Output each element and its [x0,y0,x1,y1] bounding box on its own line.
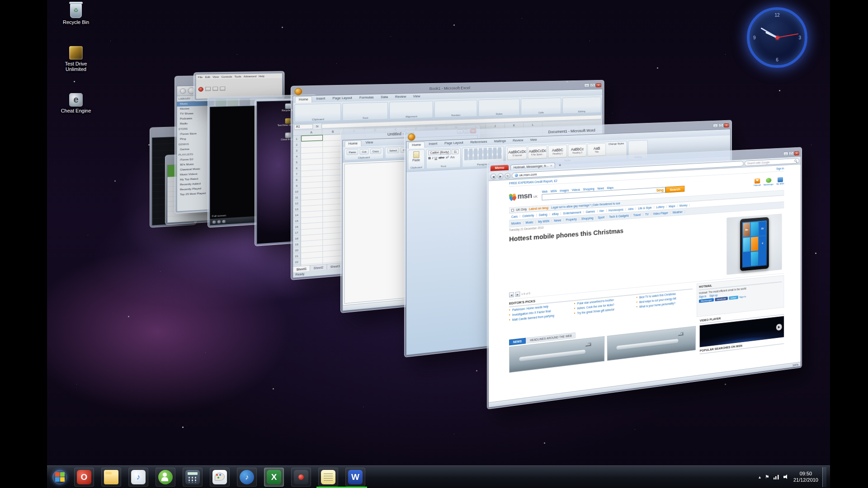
tab-close-icon[interactable]: × [550,164,552,168]
row-headers[interactable]: 12345678910111213141516171819202122 [293,136,301,266]
mymsn-quicklink[interactable]: My MSN [777,177,784,185]
ribbon-tab[interactable]: Insert [426,141,441,148]
paste-button[interactable]: Paste [410,150,422,162]
ribbon-group[interactable]: Editing [562,97,601,114]
menu-item[interactable]: Advanced [244,75,256,77]
row-header[interactable]: 8 [293,177,300,183]
scope-link[interactable]: Shopping [583,187,594,191]
paint-tool-button[interactable]: Copy [370,148,381,154]
row-header[interactable]: 9 [293,183,300,189]
ribbon-tab[interactable]: View [410,94,423,100]
new-tab-button[interactable]: + [557,162,563,167]
nav-link[interactable]: Horoscopes [606,207,626,212]
stop-icon[interactable] [217,220,221,223]
reload-button[interactable]: ↻ [505,173,510,179]
row-header[interactable]: 14 [293,212,300,218]
style-chip[interactable]: AaBbCHeading 1 [548,145,567,158]
ribbon-tab[interactable]: Insert [313,96,328,103]
font-name-select[interactable]: Calibri (Body) [428,150,451,155]
row-header[interactable]: 19 [293,241,300,248]
zoom-level[interactable]: 100% [793,363,798,366]
row-header[interactable]: 12 [293,200,300,206]
row-header[interactable]: 11 [293,194,300,201]
menu-item[interactable]: File [198,75,203,78]
nav-link[interactable]: Lottery [654,205,667,208]
office-button[interactable] [294,88,302,95]
row-header[interactable]: 16 [293,224,300,230]
scope-link[interactable]: Maps [607,186,613,189]
font-format-buttons[interactable]: BIUabex²Aa [428,155,458,160]
nav-link[interactable]: Weather [670,210,685,214]
row-header[interactable]: 13 [293,206,300,212]
ribbon-tab[interactable]: Home [408,141,425,148]
row-header[interactable]: 21 [293,253,300,259]
taskbar-icon-explorer[interactable] [101,468,121,487]
row-header[interactable]: 7 [293,171,300,177]
row-header[interactable]: 5 [293,159,300,165]
menu-item[interactable]: Edit [205,75,210,78]
taskbar-icon-paint[interactable] [210,468,230,487]
play-icon[interactable] [212,220,216,223]
style-chip[interactable]: AaBbCcHeading 2 [568,144,587,157]
taskbar-icon-media-player[interactable] [237,468,257,487]
row-header[interactable]: 1 [293,136,300,142]
carousel-prev-button[interactable]: ◀ [509,292,514,297]
uk-only-checkbox[interactable] [511,209,514,211]
paint-tool-button[interactable]: Paste [347,149,359,155]
nav-link[interactable]: Cars [509,215,520,219]
previous-track-button[interactable] [180,88,186,94]
ribbon-tab[interactable]: Data [377,94,391,101]
news-tab[interactable]: NEWS [509,338,525,346]
minimize-button[interactable] [783,152,788,156]
ribbon-tab[interactable]: View [363,140,377,146]
row-header[interactable]: 17 [293,230,300,236]
hotmail-quicklink[interactable]: Hotmail [754,178,760,186]
pause-button[interactable] [212,87,218,91]
volume-icon[interactable] [783,474,789,479]
ribbon-group[interactable]: Number [434,100,477,118]
nav-link[interactable]: Sport [596,216,607,219]
scope-link[interactable]: News [597,187,604,190]
nav-link[interactable]: News [552,218,564,222]
paragraph-buttons[interactable] [464,147,502,160]
style-chip[interactable]: AaBbCcDc¶ Normal [507,146,527,160]
desktop[interactable]: Recycle Bin Test Drive Unlimited e Cheat… [47,0,830,488]
ribbon-tab[interactable]: Home [344,140,361,147]
nav-link[interactable]: eBay [550,212,561,216]
maximize-button[interactable] [789,151,794,155]
volume-icon[interactable] [222,220,226,223]
scope-link[interactable]: MSN [551,189,557,193]
window-opera-browser[interactable]: Menu Hotmail, Messenger, fr... × + ◀ ▶ ↻… [487,147,802,409]
nav-link[interactable]: Games [584,209,597,213]
fx-icon[interactable]: fx [314,125,321,128]
carousel-next-button[interactable]: ▶ [515,291,520,297]
font-size-select[interactable]: 11 [452,149,458,154]
menu-item[interactable]: View [212,75,219,78]
nav-link[interactable]: TV [643,212,651,216]
maximize-button[interactable] [590,83,595,87]
nav-link[interactable]: Tech & Gadgets [607,214,632,218]
ribbon-group[interactable]: Font [343,102,388,121]
maximize-button[interactable] [718,123,723,127]
close-button[interactable] [724,123,729,127]
paint-tool-button[interactable]: Cut [360,149,369,155]
paint-tool-button[interactable]: Select [387,148,399,154]
ribbon-tab[interactable]: Home [295,96,312,103]
row-header[interactable]: 4 [293,153,300,160]
menu-item[interactable]: Tools [235,75,241,78]
show-desktop-button[interactable] [822,467,826,487]
scope-link[interactable]: Web [542,190,548,193]
ribbon-tab[interactable]: View [527,137,540,144]
nav-link[interactable]: Entertainment [561,210,584,215]
row-header[interactable]: 2 [293,141,300,148]
start-button[interactable] [50,467,70,487]
menu-item[interactable]: Help [259,75,264,77]
phone-image[interactable]: Me 25 4 [726,214,782,275]
ribbon-group[interactable]: Alignment [389,101,433,119]
sign-in-link[interactable]: Sign in [776,167,784,170]
record-button[interactable] [198,87,203,91]
nav-link[interactable]: Money [678,203,690,207]
facebook-button[interactable]: facebook [715,297,727,301]
msn-search-button[interactable]: Search [665,186,684,193]
scope-link[interactable]: Videos [572,188,580,192]
